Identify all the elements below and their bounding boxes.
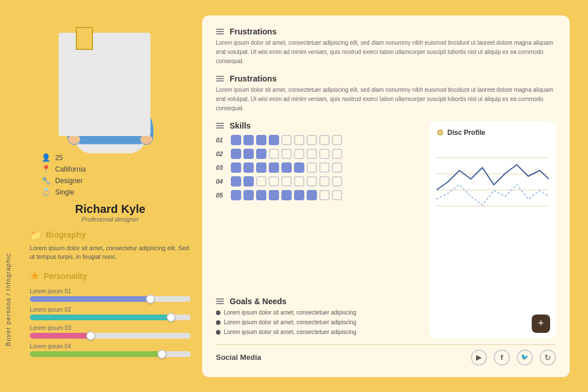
hamburger-icon-2 bbox=[216, 76, 224, 81]
frustration-heading-2: Frustrations bbox=[230, 74, 277, 83]
twitter-icon[interactable]: 🐦 bbox=[517, 350, 533, 366]
skill-dot bbox=[256, 149, 266, 159]
age-value: 25 bbox=[55, 154, 63, 162]
skill-dot bbox=[269, 135, 279, 145]
job-row: 🔧 Designer bbox=[41, 176, 191, 185]
skill-dot bbox=[269, 162, 279, 173]
skill-dot bbox=[281, 176, 292, 187]
frustration-heading-1: Frustrations bbox=[230, 27, 277, 36]
social-title: Social Media bbox=[216, 353, 261, 362]
left-panel: 👤 25 📍 Callifornia 🔧 Designer 💍 Single R bbox=[18, 15, 202, 377]
disc-chart bbox=[436, 142, 549, 332]
slider-fill bbox=[30, 333, 91, 339]
social-row: Social Media ▶ f 🐦 ↻ bbox=[216, 344, 556, 366]
location-icon: 📍 bbox=[41, 165, 51, 174]
frustration-title-1: Frustrations bbox=[216, 27, 556, 36]
slider-label: Lorem ipsum 03 bbox=[30, 325, 191, 331]
skill-dot bbox=[332, 135, 342, 145]
hamburger-icon-skills bbox=[216, 123, 224, 129]
skill-dot bbox=[231, 162, 241, 173]
biography-icon: 📁 bbox=[30, 230, 41, 240]
skills-container: 0102030405 bbox=[216, 135, 423, 200]
skill-dot bbox=[294, 162, 304, 173]
slider-thumb bbox=[167, 313, 176, 322]
job-value: Designer bbox=[55, 177, 83, 185]
slider-fill bbox=[30, 296, 150, 302]
slider-fill bbox=[30, 351, 162, 357]
slider-track[interactable] bbox=[30, 351, 191, 357]
skills-title-row: Skills bbox=[216, 121, 423, 130]
slider-track[interactable] bbox=[30, 315, 191, 320]
page-wrapper: Buyer persona / Infographic bbox=[0, 0, 588, 392]
skill-dot bbox=[269, 176, 279, 187]
skill-dot bbox=[269, 190, 279, 200]
skill-number: 03 bbox=[216, 164, 227, 171]
skills-heading: Skills bbox=[230, 121, 251, 130]
skill-dot bbox=[294, 135, 304, 145]
slider-thumb bbox=[146, 294, 155, 304]
goals-container: Lorem ipsum dolor sit amet, consectetuer… bbox=[216, 309, 423, 335]
skill-dot bbox=[231, 149, 241, 159]
disc-svg bbox=[436, 142, 549, 222]
add-button[interactable]: + bbox=[532, 315, 550, 333]
slider-row: Lorem ipsum 04 bbox=[30, 343, 191, 357]
skill-dot bbox=[243, 190, 254, 200]
sliders-container: Lorem ipsum 01Lorem ipsum 02Lorem ipsum … bbox=[30, 288, 191, 357]
main-card: 👤 25 📍 Callifornia 🔧 Designer 💍 Single R bbox=[18, 15, 570, 377]
biography-title-row: 📁 Biography bbox=[30, 230, 191, 240]
goal-item: Lorem ipsum dolor sit amet, consectetuer… bbox=[216, 319, 423, 325]
skill-dot bbox=[307, 190, 317, 200]
skill-row: 02 bbox=[216, 149, 423, 159]
personality-star-icon: ★ bbox=[30, 270, 39, 282]
skills-goals-col: Skills 0102030405 Goals & Needs Lorem ip… bbox=[216, 121, 423, 339]
skill-row: 04 bbox=[216, 176, 423, 187]
frustration-block-1: Frustrations Lorem ipsum dolor sit amet,… bbox=[216, 27, 556, 66]
disc-card: ⚙ Disc Profile bbox=[430, 121, 556, 339]
skill-dot bbox=[281, 162, 292, 173]
skill-dot bbox=[281, 135, 292, 145]
slider-row: Lorem ipsum 03 bbox=[30, 325, 191, 339]
person-name: Richard Kyle bbox=[75, 203, 145, 216]
skill-dot bbox=[294, 149, 304, 159]
skill-dot bbox=[256, 176, 266, 187]
skill-number: 01 bbox=[216, 137, 227, 143]
job-icon: 🔧 bbox=[41, 176, 51, 185]
age-icon: 👤 bbox=[41, 153, 51, 162]
disc-heading: Disc Profile bbox=[447, 129, 485, 137]
goal-text: Lorem ipsum dolor sit amet, consectetuer… bbox=[224, 309, 357, 316]
slider-track[interactable] bbox=[30, 333, 191, 339]
slider-label: Lorem ipsum 02 bbox=[30, 306, 191, 313]
slider-fill bbox=[30, 315, 171, 320]
youtube-icon[interactable]: ▶ bbox=[471, 350, 487, 366]
personality-title-row: ★ Personality bbox=[30, 270, 191, 282]
skill-dot bbox=[231, 135, 241, 145]
skill-dot bbox=[319, 190, 330, 200]
skill-dot bbox=[319, 176, 330, 187]
slider-label: Lorem ipsum 04 bbox=[30, 343, 191, 350]
social-icons: ▶ f 🐦 ↻ bbox=[471, 350, 556, 366]
slider-thumb bbox=[86, 331, 95, 340]
location-value: Callifornia bbox=[55, 165, 86, 173]
skill-dot bbox=[281, 190, 292, 200]
goal-bullet bbox=[216, 311, 220, 315]
skill-dot bbox=[319, 135, 330, 145]
slider-thumb bbox=[157, 350, 167, 359]
goal-item: Lorem ipsum dolor sit amet, consectetuer… bbox=[216, 309, 423, 316]
refresh-icon[interactable]: ↻ bbox=[540, 350, 556, 366]
skill-dot bbox=[231, 176, 241, 187]
frustration-block-2: Frustrations Lorem ipsum dolor sit amet,… bbox=[216, 74, 556, 113]
personality-heading: Personality bbox=[44, 271, 87, 281]
dots-row bbox=[231, 162, 342, 173]
skills-section: Skills 0102030405 bbox=[216, 121, 423, 294]
dots-row bbox=[231, 135, 342, 145]
facebook-icon[interactable]: f bbox=[494, 350, 510, 366]
hamburger-icon-goals bbox=[216, 298, 224, 304]
info-section: 👤 25 📍 Callifornia 🔧 Designer 💍 Single bbox=[30, 153, 191, 197]
svg-point-7 bbox=[68, 134, 80, 144]
skill-row: 01 bbox=[216, 135, 423, 145]
frustration-title-2: Frustrations bbox=[216, 74, 556, 83]
slider-label: Lorem ipsum 01 bbox=[30, 288, 191, 294]
slider-track[interactable] bbox=[30, 296, 191, 302]
svg-point-8 bbox=[140, 134, 152, 144]
middle-row: Skills 0102030405 Goals & Needs Lorem ip… bbox=[216, 121, 556, 339]
